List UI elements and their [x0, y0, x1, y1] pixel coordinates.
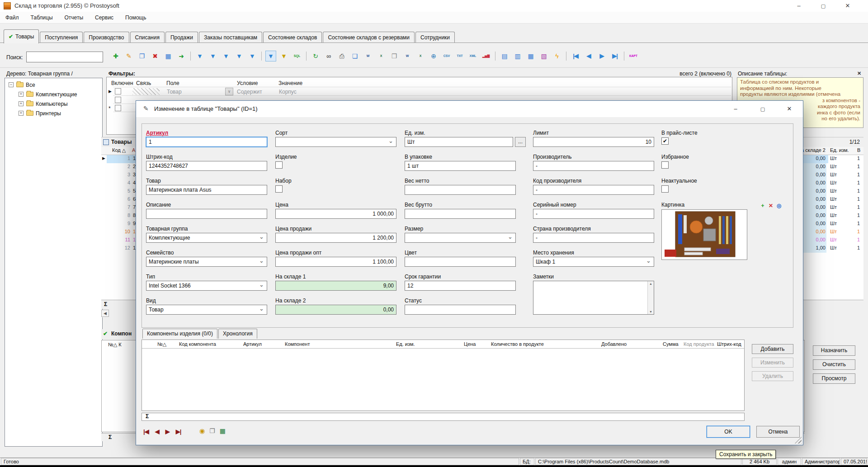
select-field[interactable] [405, 233, 516, 243]
add-record-icon[interactable]: ✚ [110, 51, 121, 61]
export-html-icon[interactable]: ⊕ [428, 51, 439, 61]
text-field[interactable]: 10 [533, 137, 654, 147]
record-first-icon[interactable]: |◀ [143, 428, 149, 435]
filter-enabled-checkbox[interactable] [115, 88, 121, 94]
tab-5[interactable]: Заказы поставщикам [199, 32, 262, 43]
text-field[interactable]: 1 100,00 [275, 257, 396, 267]
maximize-icon[interactable] [752, 101, 773, 117]
export-xml-icon[interactable]: XML [467, 51, 478, 61]
menu-item-0[interactable]: Файл [5, 14, 19, 21]
tree-item-2[interactable]: +Компьютеры [19, 99, 102, 108]
text-field[interactable]: - [533, 209, 654, 219]
tab-3[interactable]: Списания [130, 32, 165, 43]
scrollbar[interactable] [647, 281, 654, 314]
product-picture[interactable] [661, 209, 747, 260]
select-field[interactable]: Комплектующие [146, 233, 267, 243]
export-record-icon[interactable]: ➜ [176, 51, 187, 61]
unit-field[interactable]: Шт [405, 137, 513, 147]
component-col-header[interactable]: Добавлено [601, 341, 627, 347]
checkbox[interactable] [661, 185, 669, 193]
delete-record-icon[interactable]: ✖ [150, 51, 160, 61]
filter-enabled-checkbox[interactable] [115, 105, 121, 111]
col-header-unit[interactable]: Ед. изм. [830, 147, 849, 153]
text-field[interactable]: - [533, 161, 654, 171]
select-field[interactable] [275, 137, 396, 147]
export-csv-icon[interactable]: CSV [441, 51, 452, 61]
find-icon[interactable]: ∞ [323, 51, 334, 61]
text-field[interactable]: - [533, 233, 654, 243]
picture-delete-icon[interactable]: ✕ [767, 202, 774, 209]
export-txt-icon[interactable]: TXT [454, 51, 465, 61]
text-field[interactable]: 1 шт [405, 161, 516, 171]
expand-icon[interactable]: + [19, 92, 24, 97]
close-icon[interactable] [779, 101, 800, 117]
checkbox[interactable]: ✔ [661, 137, 669, 145]
table-edit-icon[interactable]: ▦ [163, 51, 174, 61]
filter-enabled-checkbox[interactable] [115, 97, 121, 103]
text-field[interactable] [405, 185, 516, 195]
text-field[interactable]: 1 000,00 [275, 209, 396, 219]
component-col-header[interactable]: Штрих-код [717, 341, 741, 347]
sql-editor-icon[interactable]: SQL [292, 51, 302, 61]
preview-icon[interactable]: ❏ [349, 51, 360, 61]
view-form-icon[interactable]: ▧ [538, 51, 549, 61]
select-field[interactable]: Материнские платы [146, 257, 267, 267]
component-col-header[interactable]: №△ [157, 341, 166, 347]
refresh-icon[interactable]: ↻ [310, 51, 321, 61]
checkbox[interactable] [275, 161, 283, 169]
collapse-icon[interactable]: − [9, 82, 14, 87]
component-col-header[interactable]: Цена [464, 341, 476, 347]
component-col-header[interactable]: Сумма [663, 341, 679, 347]
menu-item-3[interactable]: Сервис [95, 14, 113, 21]
tree-item-1[interactable]: +Комплектующие [19, 90, 102, 99]
copy-record-icon[interactable]: ❐ [137, 51, 147, 61]
history-icon[interactable]: ◉ [199, 427, 205, 434]
tab-7[interactable]: Состояние складов с резервами [323, 32, 415, 43]
export-excel-icon[interactable]: X [415, 51, 426, 61]
tab-8[interactable]: Сотрудники [415, 32, 455, 43]
text-field[interactable]: 12 [405, 281, 516, 291]
notes-field[interactable] [533, 281, 654, 315]
filter-field-value[interactable]: Товар [167, 89, 182, 95]
menu-item-4[interactable]: Помощь [125, 14, 146, 21]
ellipsis-button[interactable]: ... [515, 137, 526, 147]
text-field[interactable] [146, 209, 267, 219]
scroll-left-icon[interactable]: ◀ [101, 310, 109, 317]
minimize-icon[interactable] [725, 101, 746, 117]
copy-card-icon[interactable]: ❐ [209, 427, 215, 434]
export-word-table-icon[interactable]: W [363, 51, 373, 61]
menu-item-2[interactable]: Отчеты [65, 14, 83, 21]
component-col-header[interactable]: Артикул [243, 341, 262, 347]
tree-item-3[interactable]: +Принтеры [19, 108, 102, 118]
filter-saved-icon[interactable]: ▼ [278, 51, 289, 61]
delete-component-button[interactable]: Удалить [752, 371, 793, 381]
filter-edit-icon[interactable]: ▼ [234, 51, 245, 61]
text-field[interactable]: Материнская плата Asus [146, 185, 267, 195]
col-header-code[interactable]: Код △ [112, 147, 126, 153]
filter-delete-icon[interactable]: ▼ [208, 51, 218, 61]
checkbox[interactable] [275, 185, 283, 193]
view-list-icon[interactable]: ▥ [512, 51, 523, 61]
cancel-button[interactable]: Отмена [756, 426, 800, 438]
select-field[interactable]: Intel Socket 1366 [146, 281, 267, 291]
view-table-icon[interactable]: ▤ [499, 51, 510, 61]
tree-item-0[interactable]: −Все [9, 80, 102, 90]
assign-image-button[interactable]: Назначить [813, 345, 855, 356]
filter-condition-value[interactable]: Содержит [237, 89, 262, 95]
print-icon[interactable]: ⎙ [336, 51, 347, 61]
record-next-icon[interactable]: ▶ [165, 428, 170, 435]
nav-next-icon[interactable]: ▶ [596, 51, 607, 61]
tab-2[interactable]: Производство [84, 32, 129, 43]
minimize-icon[interactable] [788, 0, 809, 12]
close-icon[interactable] [837, 0, 858, 12]
picture-add-icon[interactable]: + [759, 202, 766, 209]
expand-icon[interactable]: + [19, 111, 24, 116]
product-card-icon[interactable]: КАРТ [628, 51, 639, 61]
actions-lightning-icon[interactable]: ϟ [552, 51, 562, 61]
component-col-header[interactable]: Ед. изм. [396, 341, 415, 347]
component-col-header[interactable]: Компонент [285, 341, 310, 347]
stock-field[interactable]: 0,00 [275, 305, 396, 315]
col-header-next[interactable]: В [857, 147, 860, 153]
dialog-tab-1[interactable]: Хронология [218, 329, 257, 339]
close-icon[interactable] [857, 71, 861, 76]
